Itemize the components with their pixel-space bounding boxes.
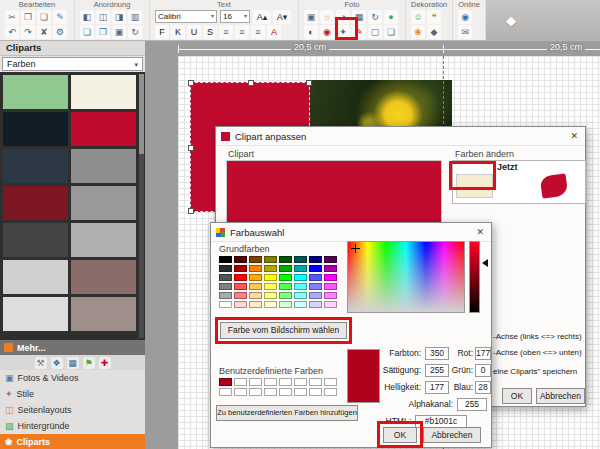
dialog-titlebar[interactable]: Clipart anpassen ✕: [216, 127, 585, 146]
basic-color-swatch[interactable]: [234, 292, 247, 299]
brightness-slider[interactable]: [469, 241, 480, 313]
basic-color-swatch[interactable]: [294, 265, 307, 272]
basic-color-swatch[interactable]: [219, 283, 232, 290]
basic-color-swatch[interactable]: [219, 256, 232, 263]
red-input[interactable]: 177: [475, 347, 491, 360]
basic-color-swatch[interactable]: [279, 292, 292, 299]
custom-color-swatch[interactable]: [279, 388, 292, 396]
basic-color-swatch[interactable]: [264, 274, 277, 281]
cancel-button[interactable]: Abbrechen: [423, 427, 481, 443]
clipart-color-swatch[interactable]: [3, 186, 68, 220]
ok-button[interactable]: OK: [502, 388, 532, 404]
basic-color-swatch[interactable]: [249, 265, 262, 272]
basic-color-swatch[interactable]: [294, 274, 307, 281]
redo-icon[interactable]: ↷: [21, 25, 35, 39]
font-color-icon[interactable]: A: [267, 25, 281, 39]
clipart-color-swatch[interactable]: [3, 112, 68, 146]
hue-saturation-field[interactable]: [347, 241, 465, 313]
basic-color-swatch[interactable]: [234, 301, 247, 308]
custom-color-swatch[interactable]: [249, 388, 262, 396]
basic-color-swatch[interactable]: [294, 256, 307, 263]
undo-icon[interactable]: ↶: [5, 25, 19, 39]
basic-color-swatch[interactable]: [309, 265, 322, 272]
bring-forward-icon[interactable]: ❏: [80, 25, 94, 39]
custom-color-swatch[interactable]: [324, 388, 337, 396]
basic-color-swatch[interactable]: [249, 274, 262, 281]
basic-color-swatch[interactable]: [324, 283, 337, 290]
basic-color-swatch[interactable]: [249, 256, 262, 263]
align-center-icon[interactable]: ◫: [96, 10, 110, 24]
paste-icon[interactable]: ❏: [37, 10, 51, 24]
custom-color-swatch[interactable]: [219, 388, 232, 396]
basic-color-swatch[interactable]: [309, 256, 322, 263]
brightness-slider-arrow-icon[interactable]: [482, 259, 488, 267]
bw-filter-icon[interactable]: ◐: [304, 25, 318, 39]
basic-color-swatch[interactable]: [264, 292, 277, 299]
basic-color-swatch[interactable]: [219, 274, 232, 281]
selection-handle[interactable]: [306, 80, 312, 86]
clipart-color-swatch[interactable]: [71, 75, 136, 109]
current-color-swatch[interactable]: [456, 174, 493, 198]
align-left-icon[interactable]: ◧: [80, 10, 94, 24]
align-text-right-icon[interactable]: ≡: [251, 25, 265, 39]
align-text-center-icon[interactable]: ≡: [235, 25, 249, 39]
basic-color-swatch[interactable]: [324, 274, 337, 281]
close-icon[interactable]: ✕: [570, 131, 578, 141]
basic-color-swatch[interactable]: [234, 256, 247, 263]
photo-border-icon[interactable]: ▢: [368, 25, 382, 39]
custom-color-swatch[interactable]: [294, 378, 307, 386]
custom-color-swatch[interactable]: [279, 378, 292, 386]
sidebar-item-hintergruende[interactable]: ▨ Hintergründe: [0, 418, 145, 433]
basic-color-swatch[interactable]: [219, 292, 232, 299]
scrollbar[interactable]: [139, 74, 144, 338]
columns-icon[interactable]: ▦: [67, 357, 79, 369]
basic-color-swatch[interactable]: [234, 283, 247, 290]
selection-handle[interactable]: [188, 80, 194, 86]
basic-color-swatch[interactable]: [309, 301, 322, 308]
settings-icon[interactable]: ⚙: [53, 25, 67, 39]
basic-color-swatch[interactable]: [219, 301, 232, 308]
clipart-color-swatch[interactable]: [71, 223, 136, 257]
basic-color-swatch[interactable]: [264, 256, 277, 263]
sidebar-item-cliparts[interactable]: ❀ Cliparts: [0, 434, 145, 449]
delete-icon[interactable]: ✘: [37, 25, 51, 39]
web-icon[interactable]: ◉: [458, 10, 472, 24]
tools-wrench-icon[interactable]: ⚒: [35, 357, 47, 369]
contrast-icon[interactable]: ◑: [336, 10, 350, 24]
smiley-icon[interactable]: ☺: [411, 10, 425, 24]
blue-input[interactable]: 28: [475, 381, 491, 394]
clipart-category-select[interactable]: Farben ▾: [2, 57, 143, 71]
custom-color-swatch[interactable]: [249, 378, 262, 386]
basic-color-swatch[interactable]: [294, 292, 307, 299]
red-eye-icon[interactable]: ◉: [320, 25, 334, 39]
clipart-flower-icon[interactable]: ❀: [411, 25, 425, 39]
selection-handle[interactable]: [248, 80, 254, 86]
crop-icon[interactable]: ▦: [352, 10, 366, 24]
clipart-color-swatch[interactable]: [71, 297, 136, 331]
rotate-icon[interactable]: ↻: [128, 25, 142, 39]
underline-icon[interactable]: U: [187, 25, 201, 39]
photo-add-icon[interactable]: ●: [384, 10, 398, 24]
format-painter-icon[interactable]: ✎: [53, 10, 67, 24]
close-icon[interactable]: ✕: [476, 227, 484, 237]
alpha-input[interactable]: 255: [457, 398, 487, 411]
ok-button[interactable]: OK: [383, 427, 417, 443]
bold-icon[interactable]: F: [155, 25, 169, 39]
basic-color-swatch[interactable]: [249, 301, 262, 308]
scrollbar-thumb[interactable]: [139, 74, 144, 154]
clipart-color-swatch[interactable]: [3, 149, 68, 183]
custom-color-swatch[interactable]: [309, 388, 322, 396]
custom-color-swatch[interactable]: [234, 388, 247, 396]
basic-color-swatch[interactable]: [279, 274, 292, 281]
rotate-photo-icon[interactable]: ↻: [368, 10, 382, 24]
sidebar-item-stile[interactable]: ✦ Stile: [0, 386, 145, 401]
speech-bubble-icon[interactable]: ❝: [427, 10, 441, 24]
clipart-color-swatch[interactable]: [3, 260, 68, 294]
basic-color-swatch[interactable]: [309, 283, 322, 290]
add-custom-color-button[interactable]: Zu benutzerdefinierten Farben hinzufügen: [216, 405, 358, 421]
clipart-color-swatch[interactable]: [71, 260, 136, 294]
custom-color-swatch[interactable]: [324, 378, 337, 386]
basic-color-swatch[interactable]: [264, 301, 277, 308]
photo-shadow-icon[interactable]: ❏: [384, 25, 398, 39]
basic-color-swatch[interactable]: [279, 256, 292, 263]
